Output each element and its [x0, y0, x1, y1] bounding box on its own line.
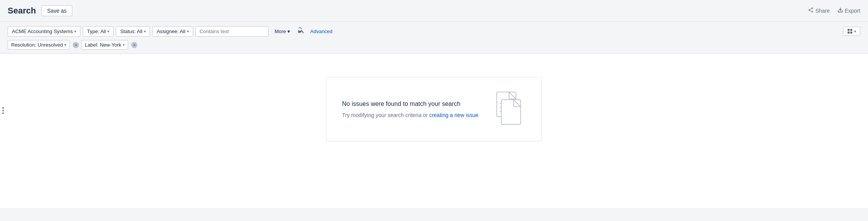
- label-tag-close-button[interactable]: ×: [131, 42, 137, 48]
- assignee-filter[interactable]: Assignee: All ▾: [152, 26, 193, 37]
- chevron-down-icon: ▾: [187, 29, 189, 33]
- sidebar-dot: [2, 112, 4, 114]
- chevron-down-icon: ▾: [854, 29, 856, 33]
- filter-bar: ACME Accounting Systems ▾ Type: All ▾ St…: [0, 22, 868, 54]
- search-button[interactable]: [296, 25, 306, 37]
- svg-rect-3: [850, 32, 852, 33]
- empty-state-title: No issues were found to match your searc…: [342, 100, 478, 107]
- contains-text-input[interactable]: [195, 26, 269, 37]
- label-tag-label: Label: New-York: [85, 42, 121, 48]
- resolution-tag-label: Resolution: Unresolved: [11, 42, 63, 48]
- sidebar-dot: [2, 107, 4, 109]
- type-filter-label: Type: All: [87, 28, 106, 34]
- main-content: No issues were found to match your searc…: [0, 54, 868, 208]
- status-filter[interactable]: Status: All ▾: [116, 26, 150, 37]
- view-toggle-button[interactable]: ▾: [843, 27, 860, 36]
- assignee-filter-label: Assignee: All: [157, 28, 185, 34]
- export-action[interactable]: Export: [838, 7, 860, 14]
- project-filter[interactable]: ACME Accounting Systems ▾: [8, 26, 80, 37]
- page-title: Search: [8, 6, 36, 16]
- header-actions: Share Export: [808, 7, 860, 14]
- svg-rect-2: [848, 32, 850, 33]
- chevron-down-icon: ▾: [287, 28, 290, 34]
- share-action[interactable]: Share: [808, 7, 830, 14]
- share-icon: [808, 7, 813, 14]
- empty-state-card: No issues were found to match your searc…: [326, 77, 542, 141]
- filter-row-active-tags: Resolution: Unresolved ▾ × Label: New-Yo…: [8, 40, 860, 54]
- project-filter-label: ACME Accounting Systems: [12, 28, 73, 34]
- chevron-down-icon: ▾: [74, 29, 76, 33]
- empty-state-text: No issues were found to match your searc…: [342, 100, 478, 118]
- empty-state-body: Try modifying your search criteria or cr…: [342, 112, 478, 118]
- advanced-link[interactable]: Advanced: [309, 27, 334, 36]
- chevron-down-icon: ▾: [64, 43, 66, 47]
- more-filter-label: More: [275, 28, 286, 34]
- sidebar-dot: [2, 110, 4, 111]
- export-icon: [838, 7, 843, 14]
- svg-rect-0: [848, 29, 850, 31]
- label-filter-tag[interactable]: Label: New-York ▾: [81, 40, 128, 50]
- status-filter-label: Status: All: [120, 28, 142, 34]
- export-label: Export: [845, 8, 860, 14]
- type-filter[interactable]: Type: All ▾: [83, 26, 114, 37]
- header: Search Save as Share Export: [0, 0, 868, 22]
- resolution-filter-tag[interactable]: Resolution: Unresolved ▾: [8, 40, 70, 50]
- save-as-button[interactable]: Save as: [41, 5, 72, 16]
- more-filter-button[interactable]: More ▾: [271, 27, 294, 36]
- sidebar-handle: [2, 107, 4, 114]
- create-issue-link[interactable]: creating a new issue: [429, 112, 479, 118]
- resolution-tag-close-button[interactable]: ×: [73, 42, 79, 48]
- empty-state-icon: [494, 91, 524, 127]
- chevron-down-icon: ▾: [144, 29, 146, 33]
- filter-row-primary: ACME Accounting Systems ▾ Type: All ▾ St…: [8, 25, 860, 37]
- share-label: Share: [815, 8, 830, 14]
- chevron-down-icon: ▾: [123, 43, 125, 47]
- chevron-down-icon: ▾: [107, 29, 109, 33]
- svg-rect-1: [850, 29, 852, 31]
